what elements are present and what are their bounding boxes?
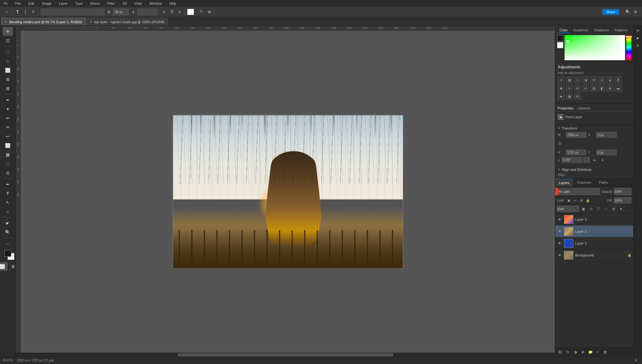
angle-dropdown[interactable]: ▼ xyxy=(583,157,590,163)
curves-btn[interactable]: ∿ xyxy=(574,76,581,83)
exposure-btn[interactable]: ◑ xyxy=(582,76,589,83)
dodge-tool-button[interactable]: ◎ xyxy=(3,168,13,177)
canvas-area[interactable] xyxy=(21,31,555,353)
more-tools-button[interactable]: ··· xyxy=(3,240,13,248)
invert-btn[interactable]: ⊘ xyxy=(582,85,589,92)
panel-menu-btn[interactable]: ▶ xyxy=(634,34,641,41)
lasso-tool-button[interactable]: ○ xyxy=(3,57,13,66)
opacity-select[interactable]: 100% xyxy=(614,188,631,195)
delete-layer-btn[interactable]: 🗑 xyxy=(602,349,608,355)
fill-select[interactable]: 100% xyxy=(614,197,631,203)
horizontal-scrollbar[interactable] xyxy=(16,353,555,356)
move-tool-button[interactable]: ✛ xyxy=(3,27,13,36)
channel-mixer-btn[interactable]: ≡ xyxy=(566,85,573,92)
color-tab[interactable]: Color xyxy=(557,28,570,33)
vibrance-btn[interactable]: ▼ xyxy=(590,76,597,83)
search-button[interactable]: 🔍 xyxy=(624,8,631,15)
pen-tool-button[interactable]: ✒ xyxy=(3,180,13,189)
lock-pixels-icon[interactable]: ▣ xyxy=(566,198,571,203)
new-layer-btn[interactable]: + xyxy=(595,349,601,355)
lock-artboards-icon[interactable]: ⊞ xyxy=(579,198,584,203)
color-balance-btn[interactable]: ◈ xyxy=(607,76,613,83)
menu-ps[interactable]: Ps xyxy=(3,1,9,6)
posterize-btn[interactable]: ▤ xyxy=(590,85,597,92)
gradient-tool-button[interactable]: ▦ xyxy=(3,150,13,159)
layers-tab-channels[interactable]: Channels xyxy=(573,179,595,187)
fg-color-swatch[interactable] xyxy=(557,35,563,41)
lock-all-icon[interactable]: 🔒 xyxy=(585,198,590,203)
menu-select[interactable]: Select xyxy=(89,1,101,6)
brush-tool-button[interactable]: ✏ xyxy=(3,114,13,123)
filter-smartobject-btn[interactable]: ⊞ xyxy=(610,206,617,212)
color-lookup-btn[interactable]: ⊟ xyxy=(574,85,581,92)
layers-tab-layers[interactable]: Layers xyxy=(555,179,573,187)
tab-blending-modes[interactable]: ✕ blending modes.psd @ 66.7% (Layer 1, R… xyxy=(1,18,86,25)
gradient-fill-btn[interactable]: ▦ xyxy=(566,93,573,100)
layer3-visibility[interactable]: 👁 xyxy=(557,217,562,222)
kind-select[interactable]: Kind xyxy=(557,206,579,212)
levels-btn[interactable]: ▦ xyxy=(566,76,573,83)
standard-mode-button[interactable]: ⬜ xyxy=(0,262,8,271)
filter-shape-btn[interactable]: ○ xyxy=(603,206,609,212)
history-brush-button[interactable]: ↩ xyxy=(3,132,13,141)
font-name-select[interactable]: Lato xyxy=(41,9,78,15)
libraries-tab[interactable]: Libraries xyxy=(577,106,590,110)
solid-color-btn[interactable]: ■ xyxy=(558,93,565,100)
layer-item-layer1[interactable]: 👁 Layer 1 xyxy=(555,225,633,237)
layer2-visibility[interactable]: 👁 xyxy=(557,241,562,246)
link-layers-btn[interactable]: ⛓ xyxy=(557,349,563,355)
flip-h-button[interactable]: ⇔ xyxy=(591,156,598,163)
sharp-select[interactable]: Sharp xyxy=(138,9,156,15)
eyedropper-tool-button[interactable]: ✒ xyxy=(3,96,13,104)
height-input[interactable] xyxy=(566,150,586,155)
swatches-tab[interactable]: Swatches xyxy=(571,28,591,33)
status-info-btn[interactable]: ℹ xyxy=(633,357,639,364)
threshold-btn[interactable]: ◧ xyxy=(598,85,605,92)
y-input[interactable] xyxy=(596,150,617,155)
new-group-btn[interactable]: 📁 xyxy=(587,349,593,355)
align-left-button[interactable]: ≡ xyxy=(160,8,167,15)
flip-v-button[interactable]: ⇕ xyxy=(599,156,606,163)
gradient-map-btn[interactable]: ▬ xyxy=(615,85,622,92)
tab-close-top-layer[interactable]: ✕ xyxy=(90,20,92,24)
filter-color-btn[interactable]: ● xyxy=(618,206,624,212)
hue-sat-btn[interactable]: ⊙ xyxy=(598,76,605,83)
type-tool-button[interactable]: T xyxy=(14,8,21,15)
text-color-swatch[interactable] xyxy=(187,9,194,15)
align-center-button[interactable]: ☰ xyxy=(168,8,175,15)
artboard-tool-button[interactable]: ⊡ xyxy=(3,36,13,45)
properties-tab[interactable]: Properties xyxy=(558,106,573,110)
hue-bar[interactable] xyxy=(626,35,631,60)
bg-color-swatch[interactable] xyxy=(557,42,563,48)
shape-tool-button[interactable]: ○ xyxy=(3,207,13,216)
brightness-contrast-btn[interactable]: ☀ xyxy=(558,76,565,83)
scroll-thumb[interactable] xyxy=(177,353,393,356)
layer1-visibility[interactable]: 👁 xyxy=(557,229,562,234)
lock-position-icon[interactable]: ✏ xyxy=(573,198,578,203)
settings-button[interactable]: ⚙ xyxy=(632,8,639,15)
share-button[interactable]: Share xyxy=(603,9,619,15)
width-input[interactable] xyxy=(566,132,586,138)
color-gradient-box[interactable] xyxy=(565,35,625,60)
gradients-tab[interactable]: Gradients xyxy=(592,28,612,33)
background-visibility[interactable]: 👁 xyxy=(557,253,562,258)
transform-title-row[interactable]: ▼ Transform xyxy=(558,126,631,130)
character-panel-button[interactable]: ⊞ xyxy=(206,8,213,15)
spot-healing-button[interactable]: ✦ xyxy=(3,105,13,113)
hand-tool-button[interactable]: ☛ xyxy=(3,219,13,228)
tab-top-layer[interactable]: ✕ top layer – lighten mode.jpg @ 100% (R… xyxy=(86,18,168,25)
home-button[interactable]: ⌂ xyxy=(3,8,10,15)
layer-item-layer3[interactable]: 👁 Layer 3 xyxy=(555,214,633,225)
new-fill-btn[interactable]: ⊕ xyxy=(580,349,586,355)
bw-btn[interactable]: B xyxy=(615,76,622,83)
tab-close-blending[interactable]: ✕ xyxy=(5,20,7,24)
layer-item-background[interactable]: 👁 Background 🔒 xyxy=(555,249,633,261)
link-wh-icon[interactable]: ⛓ xyxy=(558,139,562,148)
eraser-tool-button[interactable]: ⬜ xyxy=(3,141,13,150)
patterns-tab[interactable]: Patterns xyxy=(612,28,630,33)
align-right-button[interactable]: ≡ xyxy=(176,8,183,15)
collapse-panel-btn[interactable]: ≫ xyxy=(634,27,641,34)
add-style-btn[interactable]: fx xyxy=(565,349,571,355)
frame-tool-button[interactable]: ⊠ xyxy=(3,84,13,93)
crop-tool-button[interactable]: ⊞ xyxy=(3,75,13,84)
